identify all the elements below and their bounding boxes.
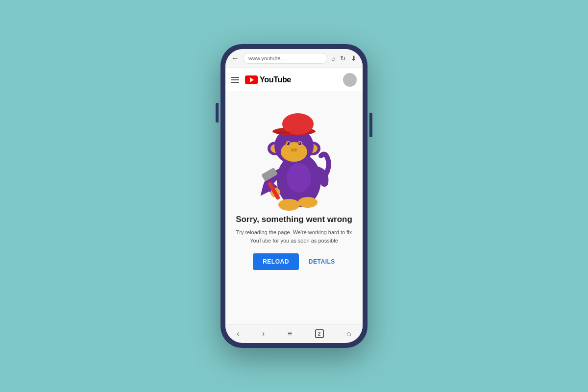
monkey-illustration xyxy=(245,97,343,215)
error-buttons: RELOAD DETAILS xyxy=(253,253,335,270)
svg-point-14 xyxy=(294,148,297,152)
youtube-header: YouTube xyxy=(225,68,363,92)
hamburger-menu[interactable] xyxy=(231,77,239,83)
svg-point-16 xyxy=(282,113,314,135)
svg-point-6 xyxy=(281,142,307,162)
youtube-play-icon xyxy=(245,75,258,84)
svg-point-9 xyxy=(287,142,290,145)
svg-point-21 xyxy=(298,197,318,208)
error-subtitle: Try reloading the page. We're working ha… xyxy=(235,228,353,245)
svg-point-13 xyxy=(291,148,294,152)
avatar[interactable] xyxy=(343,73,357,87)
reload-button[interactable]: RELOAD xyxy=(253,253,299,270)
nav-forward-button[interactable]: › xyxy=(262,329,265,338)
svg-point-11 xyxy=(287,143,288,144)
phone-screen: ← www.youtube.... ⌕ ↻ ⬇ YouTube xyxy=(225,49,363,343)
error-title: Sorry, something went wrong xyxy=(236,215,352,224)
svg-point-10 xyxy=(298,142,301,145)
phone-frame: ← www.youtube.... ⌕ ↻ ⬇ YouTube xyxy=(220,44,368,348)
error-content: Sorry, something went wrong Try reloadin… xyxy=(225,92,363,324)
browser-bar: ← www.youtube.... ⌕ ↻ ⬇ xyxy=(225,49,363,68)
url-text: www.youtube.... xyxy=(248,55,287,61)
details-button[interactable]: DETAILS xyxy=(309,258,335,265)
refresh-icon[interactable]: ↻ xyxy=(340,54,346,62)
download-icon[interactable]: ⬇ xyxy=(351,54,357,62)
search-icon[interactable]: ⌕ xyxy=(331,54,335,62)
youtube-logo-text: YouTube xyxy=(260,75,291,84)
svg-point-20 xyxy=(278,199,300,211)
nav-tabs-button[interactable]: 2 xyxy=(315,329,324,338)
svg-point-22 xyxy=(287,163,311,193)
bottom-navigation: ‹ › ≡ 2 ⌂ xyxy=(225,324,363,343)
svg-point-12 xyxy=(299,143,300,144)
nav-back-button[interactable]: ‹ xyxy=(237,329,239,338)
browser-url-bar[interactable]: www.youtube.... xyxy=(243,53,327,64)
youtube-logo: YouTube xyxy=(245,75,291,84)
nav-menu-button[interactable]: ≡ xyxy=(288,329,292,338)
browser-icons: ⌕ ↻ ⬇ xyxy=(331,54,357,62)
nav-home-button[interactable]: ⌂ xyxy=(346,329,351,338)
browser-back-button[interactable]: ← xyxy=(231,54,239,63)
